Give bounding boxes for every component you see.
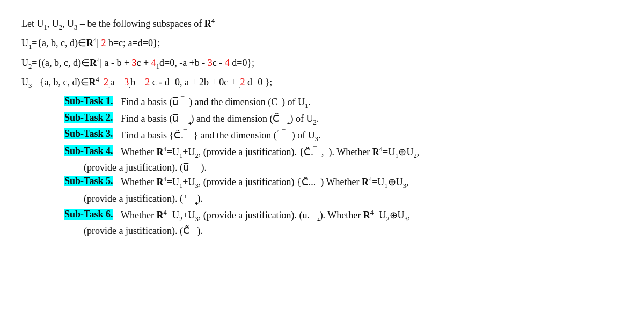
- intro-line: Let U1, U2, U3 – be the following subspa…: [21, 16, 623, 32]
- subtask-4-line: Sub-Task 4. Whether R4=U1+U2, (provide a…: [21, 145, 623, 160]
- subtask-4-content: Whether R4=U1+U2, (provide a justificati…: [121, 145, 623, 160]
- subtask-3-label: Sub-Task 3.: [64, 128, 121, 140]
- page-content: Let U1, U2, U3 – be the following subspa…: [21, 16, 623, 237]
- subtask-6-line: Sub-Task 6. Whether R4=U2+U3, (provide a…: [21, 209, 623, 223]
- subtask-1-label: Sub-Task 1.: [64, 96, 121, 107]
- subtask-1-line: Sub-Task 1. Find a basis (u̅ ¯ ) and the…: [21, 96, 623, 110]
- subtask-2-line: Sub-Task 2. Find a basis (u̅ ₄) and the …: [21, 112, 623, 127]
- subtask-3-line: Sub-Task 3. Find a basis {C̃.¯ } and the…: [21, 128, 623, 143]
- u1-line: U1={a, b, c, d)∈R4| 2 b=c; a=d=0};: [21, 35, 623, 52]
- subtask-4-continuation: (provide a justification). (u̅ ).: [84, 162, 623, 173]
- subtask-2-content: Find a basis (u̅ ₄) and the dimension (C…: [121, 112, 623, 127]
- subtask-5-label: Sub-Task 5.: [64, 176, 121, 187]
- subtask-4-highlight: Sub-Task 4.: [64, 145, 113, 156]
- u2-line: U2={(a, b, c, d)∈R4| a - b + 3c + 41d=0,…: [21, 55, 623, 71]
- u3-line: U3= {a, b, c, d)∈R4| 2.a – 3.b – 2 c - d…: [21, 75, 623, 91]
- subtask-6-label: Sub-Task 6.: [64, 209, 121, 220]
- subtask-5-continuation: (provide a justification). (n ¯ ₄).: [84, 192, 623, 207]
- subtask-5-line: Sub-Task 5. Whether R4=U1+U3, (provide a…: [21, 176, 623, 190]
- subtask-1-content: Find a basis (u̅ ¯ ) and the dimension (…: [121, 96, 623, 110]
- subtask-3-content: Find a basis {C̃.¯ } and the dimension (…: [121, 128, 623, 143]
- subtask-5-content: Whether R4=U1+U3, (provide a justificati…: [121, 176, 623, 190]
- subtask-3-highlight: Sub-Task 3.: [64, 128, 113, 139]
- subtask-5-highlight: Sub-Task 5.: [64, 176, 113, 186]
- subtask-1-highlight: Sub-Task 1.: [64, 96, 113, 106]
- subtask-2-label: Sub-Task 2.: [64, 112, 121, 123]
- subtask-4-label: Sub-Task 4.: [64, 145, 121, 157]
- subtask-6-content: Whether R4=U2+U3, (provide a justificati…: [121, 209, 623, 223]
- subtask-2-highlight: Sub-Task 2.: [64, 112, 113, 123]
- subtask-6-continuation: (provide a justification). (C̃ ).: [84, 225, 623, 237]
- subtask-6-highlight: Sub-Task 6.: [64, 209, 113, 220]
